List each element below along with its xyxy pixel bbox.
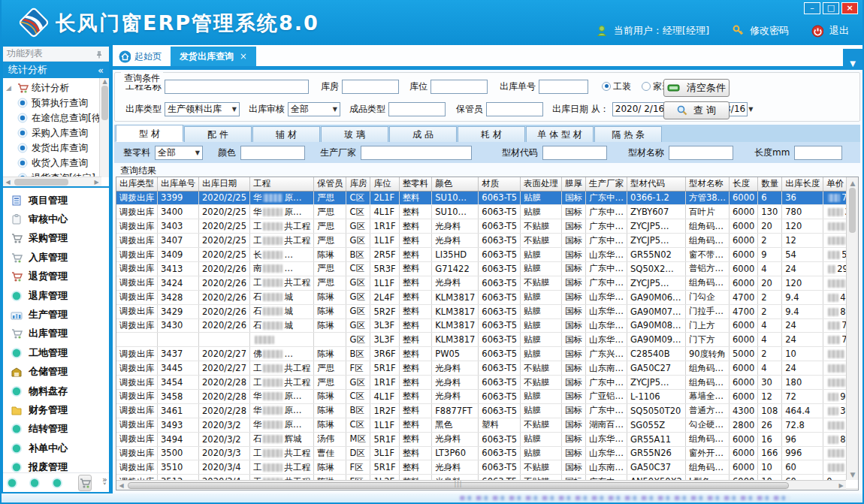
- minimize-button[interactable]: –: [804, 2, 820, 14]
- material-tab-3[interactable]: 辅 材: [252, 126, 320, 142]
- search-button[interactable]: 查 询: [663, 101, 730, 119]
- sidebar-item-退货管理[interactable]: 退货管理: [3, 267, 109, 286]
- circle-shortcut-icon[interactable]: [29, 477, 41, 489]
- column-header[interactable]: 长度: [730, 177, 758, 191]
- grid-horizontal-scrollbar[interactable]: ◀ ▶: [116, 480, 846, 490]
- cart-shortcut-button[interactable]: [78, 475, 92, 491]
- sidebar-item-补单中心[interactable]: 补单中心: [3, 439, 109, 457]
- sidebar-item-工地管理[interactable]: 工地管理: [3, 343, 109, 362]
- material-tab-4[interactable]: 玻 璃: [321, 126, 388, 142]
- column-header[interactable]: 表面处理: [521, 177, 562, 191]
- project-name-input[interactable]: [165, 80, 309, 94]
- table-row[interactable]: 调拨出库34292020/2/26石城陈琳G区5R2F整料KLM38176063…: [116, 304, 859, 318]
- table-row[interactable]: 调拨出库35102020/3/4工共工程陈琳F区5R1F整料光身料6063-T5…: [116, 460, 859, 475]
- sidebar-item-报废管理[interactable]: 报废管理: [3, 457, 109, 472]
- column-header[interactable]: 库位: [370, 177, 399, 191]
- circle-shortcut-icon[interactable]: [51, 477, 63, 489]
- keeper-input[interactable]: [486, 102, 543, 116]
- whole-piece-select[interactable]: 全部▼: [155, 146, 203, 160]
- table-row[interactable]: 调拨出库34072020/2/25工共工程严思G区1L1F整料光身料6063-T…: [116, 234, 859, 248]
- table-row[interactable]: 调拨出库34032020/2/25工共工程严思G区1R1F整料光身料6063-T…: [116, 219, 859, 234]
- tree-item[interactable]: 采购入库查询: [6, 125, 109, 140]
- material-tab-7[interactable]: 单 体 型 材: [526, 126, 594, 142]
- material-tab-2[interactable]: 配 件: [184, 126, 252, 142]
- table-row[interactable]: 调拨出库34282020/2/26石城陈琳G区2L4F整料KLM38176063…: [116, 290, 859, 304]
- table-row[interactable]: 调拨出库34302020/2/26石城陈琳G区3L3F整料KLM38176063…: [116, 318, 859, 333]
- table-row[interactable]: 调拨出库33992020/2/25华原…严思C区2L1F整料SU10…6063-…: [116, 191, 859, 205]
- table-row[interactable]: 调拨出库34582020/2/28华原…陈琳C区4L1F整料光身料6063-T5…: [116, 389, 859, 403]
- column-header[interactable]: 出库长度: [782, 177, 823, 191]
- tab-shipment-outbound-query[interactable]: 发货出库查询 ×: [171, 47, 256, 66]
- tree-item[interactable]: 收货入库查询: [6, 155, 109, 171]
- material-tab-6[interactable]: 耗 材: [458, 126, 525, 142]
- column-header[interactable]: 型材名称: [685, 177, 729, 191]
- sidebar-item-出库管理[interactable]: 出库管理: [3, 324, 109, 343]
- column-header[interactable]: 数量: [758, 177, 782, 191]
- column-header[interactable]: 颜色: [432, 177, 479, 191]
- table-row[interactable]: 调拨出库34002020/2/25华原…严思C区4L1F整料SU10…6063-…: [116, 205, 859, 219]
- product-type-input[interactable]: [388, 102, 446, 116]
- table-row[interactable]: 调拨出库34942020/3/2石辉城汤伟M区5R1F整料光身料6063-T5贴…: [116, 432, 859, 446]
- close-button[interactable]: ×: [841, 2, 858, 14]
- warehouse-input[interactable]: [342, 80, 399, 94]
- order-no-input[interactable]: [539, 80, 588, 94]
- audit-select[interactable]: 全部▼: [288, 102, 340, 116]
- collapse-icon[interactable]: «: [98, 65, 104, 76]
- sidebar-item-物料盘存[interactable]: 物料盘存: [3, 382, 109, 400]
- date-from-picker[interactable]: 2020/ 2/16▼: [612, 102, 666, 116]
- sidebar-item-财务管理[interactable]: 财务管理: [3, 400, 109, 419]
- table-row[interactable]: 调拨出库35002020/3/3工共工程曹佳D区3L1F整料LT3P606063…: [116, 446, 859, 460]
- tree-item[interactable]: 在途信息查询[待: [6, 110, 109, 125]
- tree-horizontal-scrollbar[interactable]: ◀▶: [3, 177, 101, 186]
- sidebar-item-生产管理[interactable]: 生产管理: [3, 305, 109, 324]
- table-row[interactable]: 调拨出库34612020/2/28华原…陈琳B区1R2F整料F8877FT606…: [116, 403, 859, 418]
- column-header[interactable]: 出库日期: [199, 177, 250, 191]
- tree-item[interactable]: 预算执行查询: [6, 95, 109, 110]
- clear-conditions-button[interactable]: 清空条件: [663, 79, 730, 97]
- tree-item[interactable]: 发货出库查询: [6, 140, 109, 155]
- pin-icon[interactable]: [93, 48, 105, 60]
- column-header[interactable]: 库房: [346, 177, 370, 191]
- sidebar-item-退库管理[interactable]: 退库管理: [3, 286, 109, 305]
- grid-vertical-scrollbar[interactable]: ▲ ▼: [846, 177, 858, 480]
- material-tab-8[interactable]: 隔 热 条: [594, 126, 662, 142]
- sidebar-item-结转管理[interactable]: 结转管理: [3, 420, 109, 439]
- tree-root[interactable]: ◢统计分析: [6, 80, 109, 95]
- color-input[interactable]: [240, 146, 305, 160]
- column-header[interactable]: 材质: [479, 177, 521, 191]
- sidebar-item-采购管理[interactable]: 采购管理: [3, 229, 109, 248]
- column-header[interactable]: 工程: [249, 177, 313, 191]
- maker-input[interactable]: [361, 146, 472, 160]
- table-row[interactable]: 调拨出库34452020/2/27工共工程严思F区5R1F整料光身料6063-T…: [116, 361, 859, 376]
- circle-shortcut-icon[interactable]: [6, 477, 18, 489]
- radio-gongzhuang[interactable]: 工装: [602, 80, 631, 93]
- logout-link[interactable]: 退出: [829, 24, 849, 38]
- sidebar-item-审核中心[interactable]: 审核中心: [3, 210, 109, 228]
- sidebar-item-项目管理[interactable]: 项目管理: [3, 191, 109, 210]
- column-header[interactable]: 型材代码: [627, 177, 686, 191]
- profile-name-input[interactable]: [669, 146, 733, 160]
- profile-code-input[interactable]: [542, 146, 607, 160]
- table-row[interactable]: 调拨出库34372020/2/27佛…陈琳B区3R6F整料PW056063-T5…: [116, 347, 859, 361]
- material-tab-5[interactable]: 成 品: [389, 126, 457, 142]
- out-type-select[interactable]: 生产领料出库▼: [165, 102, 240, 116]
- sidebar-item-入库管理[interactable]: 入库管理: [3, 248, 109, 267]
- table-row[interactable]: G区3L3F整料KLM38176063-T5贴膜国标山东华…GA90M09…门下…: [116, 333, 859, 347]
- material-tab-1[interactable]: 型 材: [116, 125, 183, 142]
- column-header[interactable]: 出库类型: [116, 177, 158, 191]
- overflow-chevron[interactable]: »˅: [102, 476, 107, 490]
- table-row[interactable]: 调拨出库34092020/2/25长…陈琳B区2R5F整料LI35HD6063-…: [116, 248, 859, 262]
- column-header[interactable]: 出库单号: [158, 177, 199, 191]
- change-password-link[interactable]: 修改密码: [750, 24, 789, 38]
- tab-list-dropdown[interactable]: ▼: [843, 49, 862, 70]
- sidebar-item-仓储管理[interactable]: 仓储管理: [3, 363, 109, 382]
- scrollbar-thumb[interactable]: [128, 482, 789, 489]
- table-row[interactable]: 调拨出库34242020/2/26工共工程严思G区1L1F整料光身料6063-T…: [116, 276, 859, 290]
- tab-close-icon[interactable]: ×: [240, 51, 247, 62]
- table-row[interactable]: 调拨出库34132020/2/26南…严思C区5R3F整料G714226063-…: [116, 261, 859, 276]
- tab-home[interactable]: 起始页: [113, 47, 171, 66]
- length-input[interactable]: [794, 146, 842, 160]
- column-header[interactable]: 整零料: [399, 177, 432, 191]
- column-header[interactable]: 保管员: [313, 177, 346, 191]
- section-header[interactable]: 统计分析 «: [3, 62, 109, 78]
